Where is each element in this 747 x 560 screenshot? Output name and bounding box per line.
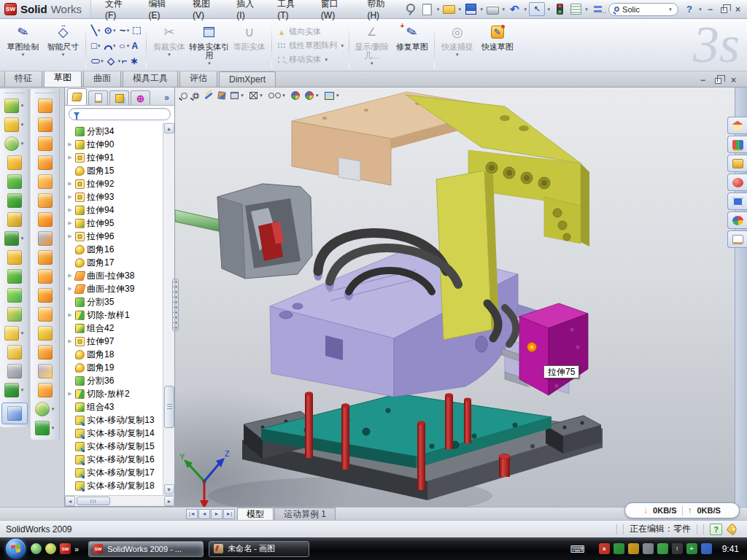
view-orientation-button[interactable]: ▼ <box>231 92 244 99</box>
task-pane-custom-properties-button[interactable] <box>727 230 747 248</box>
feature-tree-item[interactable]: 分割34 <box>67 125 163 138</box>
security-shield-icon[interactable] <box>614 543 624 554</box>
task-pane-home-button[interactable] <box>727 117 747 134</box>
standing-red-pin[interactable] <box>499 454 510 478</box>
olive-bracket-leg[interactable] <box>436 171 499 340</box>
feature-tree-item[interactable]: 实体-移动/复制17 <box>67 466 163 479</box>
cut-feature-button[interactable] <box>1 191 28 209</box>
doc-restore-button[interactable] <box>712 74 724 85</box>
extruded-boss-button[interactable]: ▼ <box>1 115 28 133</box>
polygon-tool[interactable]: ◇ <box>106 55 116 66</box>
select-button[interactable]: ↖ <box>529 2 545 16</box>
scroll-thumb[interactable] <box>164 386 174 428</box>
feature-tree-item[interactable]: 实体-移动/复制14 <box>67 427 163 440</box>
display-style-button[interactable]: ▼ <box>249 92 263 99</box>
split-button[interactable] <box>1 286 28 304</box>
expand-arrow-icon[interactable]: ▶ <box>67 207 73 213</box>
feature-tree-item[interactable]: 实体-移动/复制18 <box>67 479 163 492</box>
chamfer-button[interactable] <box>1 153 28 171</box>
feature-tree-item[interactable]: 分割35 <box>67 295 163 308</box>
plane-button[interactable] <box>1 343 28 361</box>
expand-arrow-icon[interactable]: ▶ <box>67 286 73 292</box>
undo-button[interactable]: ↶ <box>507 2 522 16</box>
rib-button[interactable] <box>1 248 28 266</box>
feature-tree-item[interactable]: ▶拉伸90 <box>67 138 163 151</box>
offset-entities-button[interactable]: ∪ 等距实体 <box>229 21 269 70</box>
network-speed-widget[interactable]: ↓ 0KB/S ↑ 0KB/S <box>624 502 740 518</box>
task-pane-solidworks-resources-button[interactable] <box>727 174 747 191</box>
magenta-extrude-block[interactable] <box>519 303 588 395</box>
menu-item[interactable]: 工具(T) <box>269 0 313 24</box>
tab-property-manager[interactable] <box>88 90 108 105</box>
feature-tree-item[interactable]: 圆角16 <box>67 243 163 256</box>
expand-arrow-icon[interactable]: ▶ <box>67 220 73 226</box>
view-settings-button[interactable]: ▼ <box>325 92 340 100</box>
panel-splitter-handle[interactable] <box>172 279 179 331</box>
menu-item[interactable]: 插入(I) <box>228 0 269 24</box>
ribbon-tab[interactable]: 特征 <box>4 69 42 87</box>
helix-button[interactable]: ▼ <box>1 381 28 399</box>
restore-button[interactable] <box>718 4 730 15</box>
spline-tool[interactable]: ~▼ <box>118 24 132 36</box>
scroll-thumb[interactable] <box>77 497 110 505</box>
mirror-entities-button[interactable]: ▲ 镜向实体 <box>276 26 344 37</box>
tree-filter-input[interactable] <box>69 108 171 120</box>
boss-feature-button[interactable] <box>1 172 28 190</box>
prev-tab-button[interactable]: ◄ <box>198 509 210 519</box>
linear-pattern-button[interactable]: ▼ <box>1 229 28 247</box>
magnify-wand-button[interactable] <box>204 95 213 97</box>
feature-tree-item[interactable]: ▶切除-放样2 <box>67 387 163 400</box>
edit-appearance-button[interactable] <box>291 91 300 100</box>
expand-arrow-icon[interactable]: ▶ <box>67 338 73 344</box>
menu-item[interactable]: 编辑(E) <box>141 0 185 24</box>
graphics-viewport[interactable]: Y Z X ▼ ▼ ▼ ▼ ▼ 拉伸75 <box>175 88 735 507</box>
tab-configuration-manager[interactable] <box>109 90 129 105</box>
trim-surface-button[interactable] <box>32 286 58 304</box>
quick-launch-solidworks-icon[interactable]: SW <box>60 543 71 554</box>
scroll-left-button[interactable]: ◄ <box>65 496 75 506</box>
fillet-button[interactable]: ▼ <box>1 134 28 152</box>
start-button[interactable] <box>6 539 26 559</box>
sync-tool-icon[interactable] <box>657 543 668 554</box>
point-tool[interactable]: ∗ <box>129 55 140 66</box>
search-box[interactable]: Solic ▼ <box>608 3 678 16</box>
menu-item[interactable]: 文件(F) <box>97 0 141 24</box>
rebuild-button[interactable] <box>552 2 567 16</box>
swept-surface-button[interactable] <box>32 115 58 133</box>
antivirus-alert-icon[interactable]: x <box>599 543 610 554</box>
green-rod[interactable] <box>175 210 225 232</box>
feature-tree-item[interactable]: 实体-移动/复制15 <box>67 440 163 453</box>
document-tab[interactable]: 运动算例 1 <box>274 508 336 520</box>
update-status-icon[interactable] <box>701 543 712 554</box>
quick-launch-messenger-icon[interactable] <box>31 543 42 554</box>
feature-tree-item[interactable]: 圆角17 <box>67 256 163 269</box>
scroll-up-button[interactable]: ▲ <box>164 123 174 133</box>
feature-tree-item[interactable]: 组合42 <box>67 322 163 335</box>
extruded-cut-button[interactable]: ▼ <box>1 96 28 114</box>
help-button[interactable]: ? <box>682 2 697 16</box>
ribbon-tab[interactable]: 模具工具 <box>123 69 178 87</box>
quick-launch-chevron[interactable]: » <box>74 545 79 553</box>
quick-launch-ball-icon[interactable] <box>45 543 56 554</box>
move-copy-body-button[interactable] <box>1 305 28 323</box>
feature-tree-item[interactable]: 组合43 <box>67 400 163 413</box>
slot-tool[interactable]: ▼ <box>90 59 106 63</box>
offset-surface-button[interactable] <box>32 210 58 228</box>
expand-arrow-icon[interactable]: ▶ <box>67 155 73 160</box>
filled-surface-button[interactable] <box>32 172 58 190</box>
draft-button[interactable] <box>1 267 28 285</box>
shut-off-surface-button[interactable] <box>32 343 58 361</box>
save-button[interactable] <box>463 2 478 16</box>
tree-horizontal-scrollbar[interactable]: ◄ ► <box>65 495 174 506</box>
menu-item[interactable]: 窗口(W) <box>313 0 360 24</box>
taskbar-button[interactable]: 未命名 - 画图 <box>209 541 309 557</box>
hole-wizard-button[interactable] <box>1 210 28 228</box>
rapid-sketch-button[interactable]: ✎ 快速草图 <box>477 21 517 70</box>
pin-button[interactable] <box>403 2 418 16</box>
settings-button[interactable] <box>590 2 605 16</box>
license-badge-icon[interactable] <box>628 543 639 554</box>
minimize-button[interactable]: − <box>704 4 716 15</box>
doc-close-button[interactable]: × <box>727 74 740 85</box>
parting-surface-button[interactable] <box>32 362 58 380</box>
feature-tree-item[interactable]: ▶拉伸94 <box>67 203 163 217</box>
